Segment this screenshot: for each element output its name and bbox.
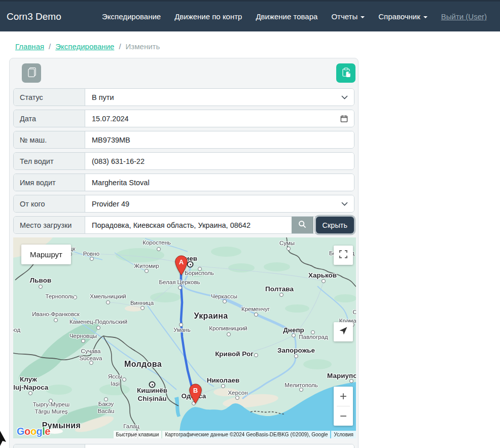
map-route-button[interactable]: Маршрут bbox=[21, 245, 71, 264]
map[interactable]: КоростеньСумыЛуцкРовноБелгородЖитомирКие… bbox=[13, 237, 356, 438]
form-row-truck-number: № маш.MB9739MB bbox=[13, 131, 354, 149]
my-location-button[interactable] bbox=[334, 322, 353, 341]
field-value: Margherita Stoval bbox=[92, 179, 150, 187]
field-label-date: Дата bbox=[14, 110, 85, 127]
form-row-from-provider: От когоProvider 49 bbox=[13, 195, 354, 213]
chevron-down-icon bbox=[361, 16, 365, 18]
field-value: 15.07.2024 bbox=[92, 115, 129, 123]
zoom-out-button[interactable]: − bbox=[334, 406, 353, 426]
chevron-down-icon bbox=[341, 202, 348, 206]
field-value: Provider 49 bbox=[92, 200, 129, 208]
form-row-driver-name: Имя водитMargherita Stoval bbox=[13, 174, 354, 191]
google-logo[interactable]: Google bbox=[17, 426, 50, 437]
navigation-arrow-icon bbox=[338, 326, 348, 338]
hide-map-button[interactable]: Скрыть bbox=[316, 217, 354, 233]
map-attribution-bar: Быстрые клавиши Картографические данные … bbox=[114, 431, 356, 438]
expedition-form-card: СтатусВ путиДата15.07.2024№ маш.MB9739MB… bbox=[9, 58, 359, 448]
form-row-driver-phone: Тел водит(083) 631-16-22 bbox=[13, 152, 354, 170]
calendar-icon[interactable] bbox=[340, 115, 348, 122]
field-truck-number[interactable]: MB9739MB bbox=[85, 131, 354, 148]
field-label-status: Статус bbox=[14, 89, 85, 106]
chevron-down-icon bbox=[341, 95, 348, 99]
nav-item[interactable]: Движение по контр bbox=[174, 12, 242, 21]
chevron-down-icon bbox=[423, 16, 427, 18]
search-icon bbox=[298, 220, 306, 230]
terrain-green-patches bbox=[46, 247, 356, 395]
map-marker-a[interactable]: A bbox=[174, 255, 188, 278]
svg-text:B: B bbox=[193, 387, 197, 394]
field-label-to-buyer: Кому bbox=[14, 444, 85, 448]
field-from-provider[interactable]: Provider 49 bbox=[85, 195, 354, 212]
map-marker-b[interactable]: B bbox=[189, 384, 202, 406]
clipboard-paste-icon bbox=[341, 67, 351, 79]
field-value: MB9739MB bbox=[92, 136, 130, 144]
search-button[interactable] bbox=[292, 217, 313, 233]
field-label-from-provider: От кого bbox=[14, 195, 85, 212]
breadcrumb-separator: / bbox=[49, 42, 51, 51]
form-row-status: СтатусВ пути bbox=[13, 88, 354, 106]
field-value: (083) 631-16-22 bbox=[92, 157, 145, 165]
app-brand[interactable]: Corn3 Demo bbox=[7, 11, 61, 22]
field-status[interactable]: В пути bbox=[85, 89, 354, 106]
field-label-driver-name: Имя водит bbox=[14, 174, 85, 191]
zoom-in-button[interactable]: + bbox=[334, 387, 353, 406]
svg-text:A: A bbox=[178, 258, 184, 266]
form-row-loading-place: Место загрузкиПорадовка, Киевская област… bbox=[13, 216, 354, 234]
fullscreen-icon bbox=[339, 250, 348, 261]
terrain-mountains bbox=[15, 315, 113, 429]
navbar: Corn3 Demo ЭкспедированиеДвижение по кон… bbox=[0, 0, 500, 31]
form-row-to-buyer: КомуBuyer 144 bbox=[13, 444, 354, 448]
field-label-truck-number: № маш. bbox=[14, 131, 85, 148]
logout-link[interactable]: Выйти (User) bbox=[441, 12, 487, 21]
nav-item[interactable]: Отчеты bbox=[331, 12, 365, 21]
form-row-date: Дата15.07.2024 bbox=[13, 110, 354, 127]
breadcrumb: Главная/Экспедирование/Изменить bbox=[15, 42, 500, 51]
black-sea bbox=[178, 382, 356, 438]
nav-item[interactable]: Движение товара bbox=[256, 12, 317, 21]
nav-menu: ЭкспедированиеДвижение по контрДвижение … bbox=[102, 12, 487, 21]
breadcrumb-item[interactable]: Главная bbox=[15, 42, 44, 51]
card-toolbar bbox=[22, 63, 355, 83]
map-data-attribution: Картографические данные ©2024 GeoBasis-D… bbox=[162, 431, 330, 438]
mouse-cursor bbox=[0, 431, 7, 448]
field-label-driver-phone: Тел водит bbox=[14, 153, 85, 169]
breadcrumb-item[interactable]: Экспедирование bbox=[55, 42, 114, 51]
route-polyline bbox=[181, 274, 195, 399]
field-label-loading-place: Место загрузки bbox=[14, 217, 85, 233]
zoom-control: + − bbox=[334, 387, 353, 426]
paste-button[interactable] bbox=[336, 63, 355, 83]
map-shortcuts-link[interactable]: Быстрые клавиши bbox=[114, 431, 162, 438]
nav-item[interactable]: Справочник bbox=[378, 12, 427, 21]
fullscreen-button[interactable] bbox=[334, 246, 353, 265]
field-value: Порадовка, Киевская область, Украина, 08… bbox=[92, 221, 251, 229]
field-loading-place[interactable]: Порадовка, Киевская область, Украина, 08… bbox=[85, 217, 292, 233]
field-date[interactable]: 15.07.2024 bbox=[85, 110, 354, 127]
copy-button[interactable] bbox=[22, 63, 41, 83]
field-driver-name[interactable]: Margherita Stoval bbox=[85, 174, 354, 191]
breadcrumb-item: Изменить bbox=[126, 42, 160, 51]
rivers bbox=[62, 238, 352, 399]
breadcrumb-separator: / bbox=[119, 42, 121, 51]
field-driver-phone[interactable]: (083) 631-16-22 bbox=[85, 153, 354, 169]
nav-item[interactable]: Экспедирование bbox=[102, 12, 161, 21]
map-terms-link[interactable]: Условия bbox=[331, 431, 356, 438]
estuary bbox=[174, 397, 181, 417]
files-copy-icon bbox=[27, 67, 37, 79]
field-value: В пути bbox=[92, 93, 114, 101]
field-to-buyer[interactable]: Buyer 144 bbox=[85, 444, 354, 448]
